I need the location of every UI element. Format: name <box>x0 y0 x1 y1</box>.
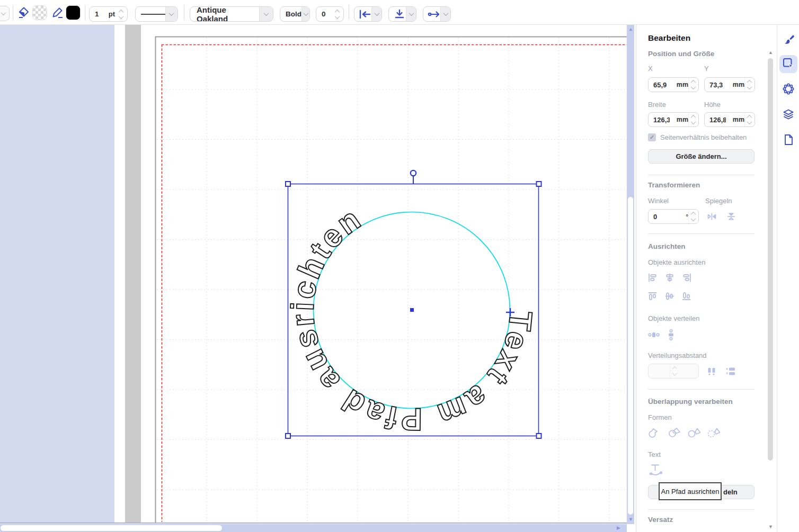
font-style-chevron[interactable] <box>301 7 309 21</box>
page-icon[interactable] <box>782 133 795 146</box>
height-label: Höhe <box>704 101 721 109</box>
stroke-tool-icon[interactable] <box>51 6 64 21</box>
spacing-stepper[interactable] <box>670 364 680 378</box>
char-rotation-stepper[interactable] <box>333 10 343 19</box>
align-top-icon[interactable] <box>648 292 658 301</box>
layers-icon[interactable] <box>782 108 795 121</box>
align-left-chevron[interactable] <box>371 7 381 21</box>
shape-ops-row <box>648 427 721 439</box>
text-to-path-icon[interactable] <box>649 463 663 476</box>
selection-handle-se[interactable] <box>537 434 541 438</box>
align-center-h-icon[interactable] <box>665 273 674 282</box>
align-left-edge-select[interactable] <box>354 6 382 22</box>
canvas-vertical-scrollbar[interactable]: ▲ ▼ <box>627 25 634 524</box>
scroll-down-arrow-icon[interactable]: ▼ <box>628 517 633 522</box>
align-left-edge-icon <box>354 10 371 19</box>
weld-icon[interactable] <box>648 427 662 439</box>
width-label: Breite <box>648 101 666 109</box>
height-stepper[interactable] <box>744 113 754 127</box>
chevron-down-icon <box>374 11 379 16</box>
rotation-handle[interactable] <box>411 170 416 176</box>
flip-horizontal-icon[interactable] <box>707 212 717 221</box>
stroke-width-value[interactable] <box>90 10 105 18</box>
x-stepper[interactable] <box>688 78 698 92</box>
text-on-path-arrow-icon <box>423 10 440 19</box>
flip-vertical-icon[interactable] <box>726 212 736 221</box>
line-style-chevron[interactable] <box>165 7 177 21</box>
selection-handle-sw[interactable] <box>286 434 290 438</box>
width-stepper[interactable] <box>688 113 698 127</box>
vertical-scroll-thumb[interactable] <box>628 197 633 515</box>
aspect-ratio-row[interactable]: ✓ Seitenverhältnis beibehalten <box>648 133 747 141</box>
distribute-v-icon[interactable] <box>667 329 675 340</box>
text-direction-select[interactable] <box>423 6 451 22</box>
offset-heading: Versatz <box>648 516 673 524</box>
aspect-ratio-label: Seitenverhältnis beibehalten <box>660 133 747 141</box>
paintbrush-icon[interactable] <box>782 34 795 47</box>
line-style-sample <box>141 14 165 15</box>
x-input[interactable]: mm <box>648 77 699 92</box>
fill-tool-icon[interactable] <box>17 6 30 21</box>
x-label: X <box>648 65 653 73</box>
spacing-v-icon[interactable] <box>725 367 736 376</box>
text-direction-chevron[interactable] <box>440 7 450 21</box>
subtract-icon[interactable] <box>687 427 702 439</box>
distribute-h-icon[interactable] <box>648 331 660 339</box>
divide-icon[interactable] <box>668 427 682 439</box>
align-baseline-select[interactable] <box>388 6 416 22</box>
angle-stepper[interactable] <box>688 210 698 223</box>
align-bottom-icon[interactable] <box>682 292 691 301</box>
convert-path-button-fragment: deln <box>723 488 738 496</box>
selection-handle-ne[interactable] <box>537 182 541 186</box>
selection-handle-nw[interactable] <box>286 182 290 186</box>
selection-center-marker <box>410 308 414 312</box>
align-left-icon[interactable] <box>648 273 658 282</box>
tool-strip <box>777 25 799 532</box>
stroke-width-input[interactable]: pt <box>89 6 128 22</box>
line-style-select[interactable] <box>135 6 178 22</box>
spacing-label: Verteilungsabstand <box>648 351 707 359</box>
font-style-select[interactable]: Bold <box>280 6 310 22</box>
stroke-width-stepper[interactable] <box>117 10 127 19</box>
chevron-down-icon <box>1 10 6 15</box>
sidebar-scroll-down-icon[interactable]: ▼ <box>768 525 773 529</box>
overlap-heading: Überlappung verarbeiten <box>648 398 733 405</box>
distribute-row <box>648 329 675 340</box>
horizontal-scroll-thumb[interactable] <box>1 525 222 531</box>
chevron-down-icon <box>409 11 414 16</box>
font-family-chevron[interactable] <box>259 7 273 21</box>
spacing-h-icon[interactable] <box>706 367 717 376</box>
replicate-icon[interactable] <box>782 83 795 95</box>
page <box>156 37 627 524</box>
align-right-icon[interactable] <box>682 273 691 282</box>
font-family-select[interactable]: Antique Oakland <box>190 6 273 22</box>
char-rotation-input[interactable] <box>316 6 344 22</box>
angle-label: Winkel <box>648 197 669 205</box>
transparent-fill-swatch[interactable] <box>32 5 47 20</box>
align-middle-v-icon[interactable] <box>665 292 674 301</box>
canvas-horizontal-scrollbar[interactable]: ▶ <box>0 524 627 532</box>
angle-input[interactable]: ° <box>648 209 699 224</box>
toolbar: pt Antique Oakland Bold <box>0 0 799 25</box>
height-input[interactable]: mm <box>704 112 755 127</box>
sidebar-scroll-up-icon[interactable]: ▲ <box>768 50 773 55</box>
align-bottom-edge-icon <box>389 9 406 19</box>
select-transform-icon[interactable] <box>782 57 795 70</box>
font-style-value: Bold <box>280 10 301 18</box>
spacing-input[interactable] <box>648 364 699 378</box>
stroke-color-swatch[interactable] <box>66 5 81 20</box>
y-input[interactable]: mm <box>704 77 755 92</box>
align-baseline-chevron[interactable] <box>406 7 416 21</box>
align-row-1 <box>648 273 691 282</box>
intersect-icon[interactable] <box>707 427 721 439</box>
scroll-up-arrow-icon[interactable]: ▲ <box>628 27 633 32</box>
scroll-right-arrow-icon[interactable]: ▶ <box>617 526 620 530</box>
sidebar-scroll-thumb[interactable] <box>768 58 773 461</box>
panel-divider-strip[interactable] <box>125 25 141 523</box>
resize-button[interactable]: Größe ändern... <box>648 149 754 164</box>
aspect-ratio-checkbox[interactable]: ✓ <box>648 133 656 141</box>
width-input[interactable]: mm <box>648 112 699 127</box>
clipped-dropdown[interactable] <box>0 6 10 21</box>
char-rotation-value[interactable] <box>316 10 332 18</box>
y-stepper[interactable] <box>744 78 754 92</box>
